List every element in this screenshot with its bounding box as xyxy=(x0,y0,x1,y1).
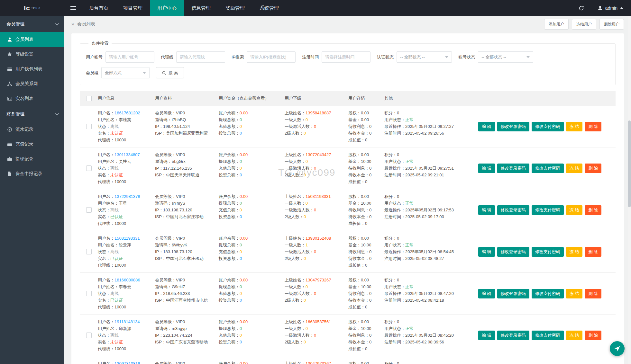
freeze-button[interactable]: 冻 结 xyxy=(566,331,583,340)
change-login-password-button[interactable]: 修改登录密码 xyxy=(497,247,529,257)
scrollbar-thumb[interactable] xyxy=(628,120,631,207)
freeze-button[interactable]: 冻 结 xyxy=(566,122,583,131)
delete-user-button[interactable]: 删除用户 xyxy=(599,19,624,30)
edit-button[interactable]: 编 辑 xyxy=(478,331,495,340)
change-pay-password-button[interactable]: 修改支付密码 xyxy=(532,122,564,131)
withdraw-total-value[interactable]: 0 xyxy=(240,201,242,206)
change-login-password-button[interactable]: 修改登录密码 xyxy=(497,164,529,173)
withdraw-total-value[interactable]: 0 xyxy=(240,117,242,122)
nav-item-rewards[interactable]: 奖励管理 xyxy=(218,0,252,16)
sidebar-section-member-mgmt[interactable]: 会员管理 xyxy=(0,16,64,32)
sidebar-item-fund-declare-records[interactable]: 资金申报记录 xyxy=(0,166,64,181)
username-link[interactable]: 15031193331 xyxy=(114,236,140,241)
change-login-password-button[interactable]: 修改登录密码 xyxy=(497,205,529,215)
account-input[interactable] xyxy=(105,51,154,63)
change-pay-password-button[interactable]: 修改支付密码 xyxy=(532,205,564,215)
nav-item-info[interactable]: 信息管理 xyxy=(184,0,218,16)
sidebar-item-member-list[interactable]: 会员列表 xyxy=(0,32,64,47)
agent-line-input[interactable] xyxy=(176,51,225,63)
ip-search-input[interactable] xyxy=(247,51,296,63)
balance-value[interactable]: 0.00 xyxy=(240,319,248,324)
sidebar-item-level-settings[interactable]: 等级设置 xyxy=(0,47,64,62)
row-checkbox[interactable] xyxy=(86,165,92,171)
nav-item-dashboard[interactable]: 后台首页 xyxy=(82,0,116,16)
recharge-total-value[interactable]: 0 xyxy=(240,291,242,296)
sidebar-item-recharge-records[interactable]: 充值记录 xyxy=(0,137,64,152)
account-status-select[interactable]: -- 全部状态 -- xyxy=(478,51,533,63)
select-all-checkbox[interactable] xyxy=(86,96,92,101)
invest-total-value[interactable]: 0 xyxy=(240,298,242,303)
balance-value[interactable]: 0.00 xyxy=(240,236,248,241)
delete-button[interactable]: 删 除 xyxy=(585,164,601,173)
balance-value[interactable]: 0.00 xyxy=(240,152,248,157)
delete-button[interactable]: 删 除 xyxy=(585,247,601,257)
refresh-button[interactable] xyxy=(573,0,590,16)
sidebar-item-realname-list[interactable]: 实名列表 xyxy=(0,91,64,106)
row-checkbox[interactable] xyxy=(86,249,92,254)
change-login-password-button[interactable]: 修改登录密码 xyxy=(497,289,529,298)
sidebar-item-flow-records[interactable]: 流水记录 xyxy=(0,122,64,137)
search-button[interactable]: 搜 索 xyxy=(156,67,184,78)
freeze-button[interactable]: 冻 结 xyxy=(566,164,583,173)
row-checkbox[interactable] xyxy=(86,124,92,129)
freeze-button[interactable]: 冻 结 xyxy=(566,289,583,298)
invest-total-value[interactable]: 0 xyxy=(240,131,242,136)
invest-total-value[interactable]: 0 xyxy=(240,173,242,177)
change-pay-password-button[interactable]: 修改支付密码 xyxy=(532,289,564,298)
edit-button[interactable]: 编 辑 xyxy=(478,164,495,173)
nav-item-system[interactable]: 系统管理 xyxy=(252,0,286,16)
edit-button[interactable]: 编 辑 xyxy=(478,122,495,131)
recharge-total-value[interactable]: 0 xyxy=(240,208,242,212)
username-link[interactable]: 19118148134 xyxy=(114,319,140,324)
recharge-total-value[interactable]: 0 xyxy=(240,249,242,254)
change-login-password-button[interactable]: 修改登录密码 xyxy=(497,122,529,131)
invest-total-value[interactable]: 0 xyxy=(240,256,242,261)
nav-item-projects[interactable]: 项目管理 xyxy=(116,0,150,16)
withdraw-total-value[interactable]: 0 xyxy=(240,159,242,164)
edit-button[interactable]: 编 辑 xyxy=(478,289,495,298)
register-time-input[interactable] xyxy=(322,51,370,63)
recharge-total-value[interactable]: 0 xyxy=(240,333,242,338)
username-link[interactable]: 13722981378 xyxy=(114,194,140,199)
row-checkbox[interactable] xyxy=(86,207,92,213)
admin-dropdown[interactable]: admin xyxy=(590,5,631,11)
menu-toggle-icon[interactable] xyxy=(64,0,82,16)
username-link[interactable]: 18166080886 xyxy=(114,278,140,282)
delete-button[interactable]: 删 除 xyxy=(585,122,601,131)
balance-value[interactable]: 0.00 xyxy=(240,194,248,199)
username-link[interactable]: 13097310819 xyxy=(114,361,140,364)
withdraw-total-value[interactable]: 0 xyxy=(240,326,242,331)
add-user-button[interactable]: 添加用户 xyxy=(544,19,569,30)
invest-total-value[interactable]: 0 xyxy=(240,340,242,344)
sidebar-section-finance-mgmt[interactable]: 财务管理 xyxy=(0,106,64,122)
change-pay-password-button[interactable]: 修改支付密码 xyxy=(532,164,564,173)
delete-button[interactable]: 删 除 xyxy=(585,289,601,298)
username-link[interactable]: 13011334807 xyxy=(114,152,140,157)
freeze-user-button[interactable]: 冻结用户 xyxy=(572,19,596,30)
balance-value[interactable]: 0.00 xyxy=(240,278,248,282)
float-action-button[interactable] xyxy=(610,341,625,356)
invest-total-value[interactable]: 0 xyxy=(240,214,242,219)
recharge-total-value[interactable]: 0 xyxy=(240,124,242,129)
sidebar-item-relations[interactable]: 会员关系网 xyxy=(0,76,64,91)
change-pay-password-button[interactable]: 修改支付密码 xyxy=(532,247,564,257)
auth-status-select[interactable]: -- 全部状态 -- xyxy=(397,51,452,63)
username-link[interactable]: 18617681202 xyxy=(114,111,140,115)
edit-button[interactable]: 编 辑 xyxy=(478,205,495,215)
withdraw-total-value[interactable]: 0 xyxy=(240,243,242,247)
freeze-button[interactable]: 冻 结 xyxy=(566,247,583,257)
withdraw-total-value[interactable]: 0 xyxy=(240,284,242,289)
sidebar-item-withdraw-records[interactable]: 提现记录 xyxy=(0,152,64,166)
freeze-button[interactable]: 冻 结 xyxy=(566,205,583,215)
delete-button[interactable]: 删 除 xyxy=(585,331,601,340)
recharge-total-value[interactable]: 0 xyxy=(240,166,242,171)
nav-item-user-center[interactable]: 用户中心 xyxy=(150,0,184,16)
balance-value[interactable]: 0.00 xyxy=(240,361,248,364)
change-pay-password-button[interactable]: 修改支付密码 xyxy=(532,331,564,340)
row-checkbox[interactable] xyxy=(86,291,92,296)
edit-button[interactable]: 编 辑 xyxy=(478,247,495,257)
balance-value[interactable]: 0.00 xyxy=(240,111,248,115)
scrollbar-track[interactable] xyxy=(628,16,631,364)
member-group-select[interactable]: 全部方式 xyxy=(101,67,150,78)
delete-button[interactable]: 删 除 xyxy=(585,205,601,215)
